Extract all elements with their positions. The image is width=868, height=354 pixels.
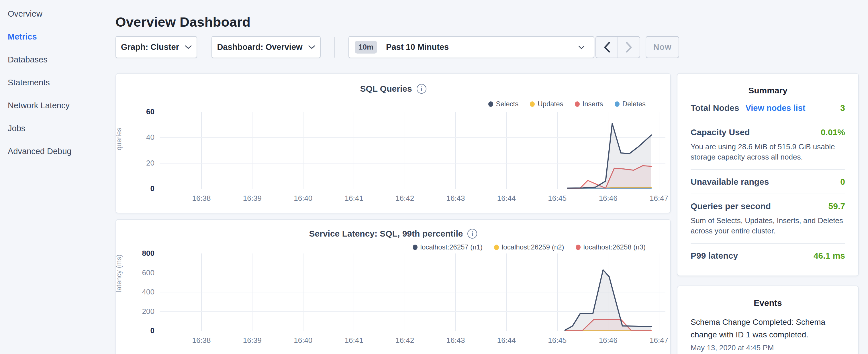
sidebar-item-overview[interactable]: Overview [0, 2, 115, 25]
info-icon[interactable]: i [417, 84, 426, 94]
x-axis-tick-label: 16:47 [650, 336, 668, 345]
y-axis-tick-label: 0 [123, 184, 154, 193]
chevron-left-icon [604, 42, 610, 53]
summary-row-head: Unavailable ranges0 [691, 177, 845, 187]
sidebar-item-statements[interactable]: Statements [0, 71, 115, 94]
summary-row-description: You are using 28.6 MiB of 515.9 GiB usab… [691, 142, 845, 162]
legend-item-deletes[interactable]: Deletes [615, 100, 646, 108]
x-axis-tick-label: 16:43 [446, 194, 465, 203]
time-range-label: Past 10 Minutes [386, 42, 449, 52]
page-title: Overview Dashboard [116, 14, 250, 30]
sidebar: OverviewMetricsDatabasesStatementsNetwor… [0, 0, 115, 354]
sql-queries-chart-card: SQL QueriesiSelectsUpdatesInsertsDeletes… [116, 73, 671, 213]
chart-title-row: SQL Queriesi [116, 84, 670, 94]
legend-label: localhost:26259 (n2) [502, 243, 564, 251]
sidebar-item-databases[interactable]: Databases [0, 48, 115, 71]
toolbar: Graph: Cluster Dashboard: Overview 10m P… [116, 36, 679, 58]
chart-title: SQL Queries [360, 84, 412, 94]
summary-row-label: Capacity Used [691, 127, 750, 137]
legend-item-localhost-26259-n2[interactable]: localhost:26259 (n2) [494, 243, 564, 251]
service-latency-chart-card: Service Latency: SQL, 99th percentileilo… [116, 219, 671, 354]
summary-row-label: Unavailable ranges [691, 177, 769, 187]
x-axis-tick-label: 16:41 [345, 194, 363, 203]
graph-dropdown-label: Graph: Cluster [121, 42, 179, 52]
legend-dot-icon [615, 101, 620, 107]
legend-item-inserts[interactable]: Inserts [575, 100, 603, 108]
sidebar-item-advanced-debug[interactable]: Advanced Debug [0, 140, 115, 163]
x-axis-tick-label: 16:40 [294, 194, 312, 203]
legend-item-localhost-26257-n1[interactable]: localhost:26257 (n1) [413, 243, 483, 251]
event-item: Schema Change Completed: Schema change w… [691, 316, 845, 352]
summary-rows: Total NodesView nodes list3Capacity Used… [691, 96, 845, 267]
y-axis-tick-label: 20 [123, 159, 154, 167]
summary-row-label: Queries per second [691, 201, 771, 211]
chart-legend: localhost:26257 (n1)localhost:26259 (n2)… [413, 243, 646, 251]
time-range-badge: 10m [355, 41, 377, 54]
view-nodes-link[interactable]: View nodes list [745, 103, 805, 113]
summary-row-value: 0 [840, 177, 845, 187]
legend-label: Updates [537, 100, 563, 108]
chart-series-canvas [160, 112, 665, 189]
summary-row-p99-latency: P99 latency46.1 ms [691, 244, 845, 267]
event-timestamp: May 13, 2020 at 4:45 PM [691, 344, 845, 352]
dashboard-dropdown[interactable]: Dashboard: Overview [212, 36, 321, 58]
legend-label: localhost:26257 (n1) [421, 243, 483, 251]
x-axis-tick-label: 16:40 [294, 336, 312, 345]
x-axis-tick-label: 16:43 [446, 336, 465, 345]
legend-label: Inserts [583, 100, 603, 108]
chevron-right-icon [626, 42, 632, 53]
series-area-selects [567, 123, 651, 189]
sidebar-item-metrics[interactable]: Metrics [0, 25, 115, 48]
time-forward-button[interactable] [618, 37, 640, 58]
time-range-dropdown[interactable]: 10m Past 10 Minutes [348, 36, 594, 58]
summary-row-total-nodes: Total NodesView nodes list3 [691, 96, 845, 120]
legend-dot-icon [575, 101, 580, 107]
x-axis-tick-label: 16:42 [396, 194, 414, 203]
x-axis-tick-label: 16:39 [243, 336, 261, 345]
chevron-down-icon [578, 45, 585, 50]
x-axis-tick-label: 16:41 [345, 336, 363, 345]
y-axis-tick-label: 0 [123, 326, 154, 335]
chart-title-row: Service Latency: SQL, 99th percentilei [116, 229, 670, 238]
summary-row-head: Queries per second59.7 [691, 201, 845, 211]
now-button[interactable]: Now [646, 36, 679, 58]
time-back-button[interactable] [596, 37, 618, 58]
x-axis-tick-label: 16:46 [599, 336, 618, 345]
legend-label: localhost:26258 (n3) [584, 243, 646, 251]
x-axis-tick-label: 16:39 [243, 194, 261, 203]
app-root: OverviewMetricsDatabasesStatementsNetwor… [0, 0, 868, 354]
dashboard-dropdown-label: Dashboard: Overview [217, 42, 302, 52]
chart-legend: SelectsUpdatesInsertsDeletes [488, 100, 646, 108]
legend-dot-icon [494, 245, 499, 250]
summary-row-value: 46.1 ms [813, 251, 845, 261]
event-text: Schema Change Completed: Schema change w… [691, 316, 845, 341]
summary-row-value: 0.01% [821, 127, 845, 137]
sidebar-item-network-latency[interactable]: Network Latency [0, 94, 115, 117]
y-axis-tick-label: 600 [123, 268, 154, 277]
summary-row-value: 3 [840, 103, 845, 113]
x-axis-tick-label: 16:47 [650, 194, 668, 203]
toolbar-divider [334, 37, 335, 58]
summary-row-head: P99 latency46.1 ms [691, 251, 845, 261]
chart-title: Service Latency: SQL, 99th percentile [309, 229, 463, 238]
chart-plot-area [160, 254, 665, 331]
time-pager [595, 36, 640, 58]
legend-item-updates[interactable]: Updates [530, 100, 563, 108]
legend-item-localhost-26258-n3[interactable]: localhost:26258 (n3) [576, 243, 646, 251]
summary-title: Summary [691, 86, 845, 95]
legend-label: Deletes [622, 100, 646, 108]
x-axis-tick-label: 16:44 [497, 194, 516, 203]
y-axis-tick-label: 200 [123, 307, 154, 316]
x-axis-tick-label: 16:45 [548, 336, 566, 345]
graph-dropdown[interactable]: Graph: Cluster [116, 36, 197, 58]
chevron-down-icon [185, 45, 192, 49]
summary-row-capacity-used: Capacity Used0.01%You are using 28.6 MiB… [691, 120, 845, 170]
events-list: Schema Change Completed: Schema change w… [691, 316, 845, 352]
legend-dot-icon [413, 245, 417, 250]
info-icon[interactable]: i [467, 229, 477, 238]
chart-series-canvas [160, 254, 665, 331]
x-axis-tick-label: 16:44 [497, 336, 516, 345]
sidebar-item-jobs[interactable]: Jobs [0, 117, 115, 140]
legend-item-selects[interactable]: Selects [488, 100, 519, 108]
x-axis-tick-label: 16:38 [192, 336, 211, 345]
